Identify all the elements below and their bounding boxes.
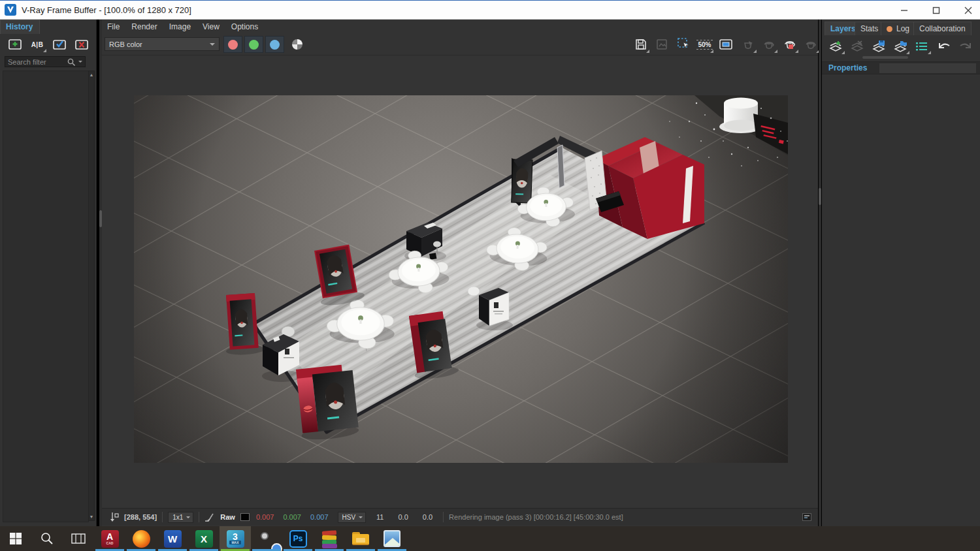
render-scene-disabled-button[interactable] (759, 35, 778, 54)
menu-render[interactable]: Render (131, 22, 157, 31)
history-list[interactable] (3, 71, 89, 522)
photos-icon (384, 530, 400, 547)
menu-view[interactable]: View (203, 22, 220, 31)
right-splitter[interactable] (819, 20, 821, 526)
hue-value: 11 (376, 513, 384, 521)
taskbar: A CAD W X 3 MAX Ps (0, 526, 980, 551)
firefox-icon (133, 530, 150, 548)
render-last-button[interactable] (738, 35, 757, 54)
save-image-button[interactable] (631, 35, 650, 54)
delete-layer-button[interactable] (847, 38, 867, 55)
taskbar-app-photos[interactable] (376, 526, 408, 551)
history-search-input[interactable] (5, 58, 67, 66)
3dsmax-icon: 3 MAX (227, 530, 244, 548)
log-status-icon (887, 26, 892, 32)
channel-select[interactable]: RGB color (105, 37, 220, 51)
red-channel-button[interactable] (223, 36, 242, 53)
redo-button[interactable] (956, 38, 975, 55)
blue-channel-icon (270, 40, 280, 50)
tab-stats[interactable]: Stats (855, 22, 884, 35)
windows-logo-icon (9, 532, 22, 545)
red-value: 0.007 (256, 513, 274, 521)
wall-poster (512, 159, 532, 203)
history-search (5, 56, 86, 67)
green-channel-button[interactable] (244, 36, 263, 53)
scroll-down-icon[interactable]: ▼ (89, 513, 94, 520)
pixel-ratio-select[interactable]: 1x1 (168, 512, 193, 523)
taskbar-app-winrar[interactable] (314, 526, 345, 551)
taskbar-app-explorer[interactable] (345, 526, 376, 551)
tab-log[interactable]: Log (881, 22, 915, 35)
value-value: 0.0 (423, 513, 433, 521)
interactive-render-button[interactable] (780, 35, 799, 54)
taskbar-app-autocad[interactable]: A CAD (94, 526, 125, 551)
tab-collaboration[interactable]: Collaboration (913, 22, 972, 35)
menubar: File Render Image View Options (102, 20, 818, 34)
save-layer-tree-button[interactable] (869, 38, 889, 55)
taskbar-app-3dsmax[interactable]: 3 MAX (220, 526, 251, 551)
task-view-button[interactable] (63, 526, 94, 551)
undo-button[interactable] (934, 38, 954, 55)
properties-field (879, 63, 976, 73)
load-layer-tree-button[interactable] (890, 38, 910, 55)
main-area: File Render Image View Options RGB color (102, 20, 818, 526)
menu-image[interactable]: Image (169, 22, 191, 31)
history-tab[interactable]: History (0, 20, 40, 34)
close-button[interactable] (953, 1, 980, 20)
save-all-channels-button[interactable] (652, 35, 671, 54)
maximize-button[interactable] (921, 1, 951, 20)
add-layer-button[interactable] (826, 38, 845, 55)
window-title: V-Ray Frame Buffer - [100.0% of 1280 x 7… (22, 5, 191, 15)
menu-options[interactable]: Options (231, 22, 258, 31)
chevron-down-icon (210, 43, 215, 46)
taskbar-app-photoshop[interactable]: Ps (282, 526, 314, 551)
autocad-icon: A CAD (101, 530, 119, 548)
hsv-select[interactable]: HSV (338, 512, 367, 523)
green-value: 0.007 (283, 513, 301, 521)
render-history-button[interactable] (801, 35, 820, 54)
taskbar-search-button[interactable] (31, 526, 63, 551)
saturation-value: 0.0 (398, 513, 408, 521)
start-button[interactable] (0, 526, 31, 551)
load-history-button[interactable] (50, 36, 69, 53)
scroll-up-icon[interactable]: ▲ (89, 71, 94, 78)
titlebar: V-Ray Frame Buffer - [100.0% of 1280 x 7… (0, 0, 980, 20)
layer-list-button[interactable] (912, 38, 932, 55)
color-space-label: Raw (220, 513, 235, 521)
blue-value: 0.007 (310, 513, 329, 521)
excel-icon: X (195, 530, 213, 548)
follow-mouse-button[interactable] (674, 35, 693, 54)
search-icon (40, 531, 54, 546)
pixel-color-swatch (240, 513, 250, 521)
taskbar-app-chrome[interactable] (251, 526, 282, 551)
save-to-history-button[interactable] (5, 36, 25, 53)
task-view-icon (71, 533, 86, 544)
right-panel: Layers Stats Log Collaboration (822, 20, 980, 526)
file-explorer-icon (352, 532, 369, 545)
pixel-probe-icon (110, 512, 119, 522)
pixel-coordinates: [288, 554] (124, 513, 157, 521)
mono-channel-button[interactable] (287, 35, 306, 54)
search-options-caret[interactable] (78, 61, 82, 63)
taskbar-app-word[interactable]: W (157, 526, 188, 551)
taskbar-app-excel[interactable]: X (188, 526, 220, 551)
taskbar-app-firefox[interactable] (125, 526, 157, 551)
zoom-level-button[interactable]: 50% (695, 35, 714, 54)
ab-compare-button[interactable]: A|B (27, 36, 47, 53)
remove-history-button[interactable] (72, 36, 91, 53)
blue-channel-button[interactable] (265, 36, 284, 53)
word-icon: W (164, 530, 182, 548)
search-icon (67, 57, 76, 67)
history-scrollbar[interactable]: ▲ ▼ (88, 71, 95, 521)
color-wheel-icon (291, 39, 303, 50)
layer-toolbar-scroll[interactable] (862, 56, 908, 59)
green-channel-icon (249, 40, 259, 50)
render-image (134, 95, 788, 463)
toolbar: RGB color (102, 34, 818, 55)
properties-label: Properties (828, 63, 867, 72)
log-toggle-icon[interactable] (802, 513, 811, 521)
region-render-button[interactable] (716, 35, 735, 54)
menu-file[interactable]: File (107, 22, 120, 31)
minimize-button[interactable] (889, 1, 919, 20)
frame-buffer-canvas[interactable] (102, 55, 818, 508)
